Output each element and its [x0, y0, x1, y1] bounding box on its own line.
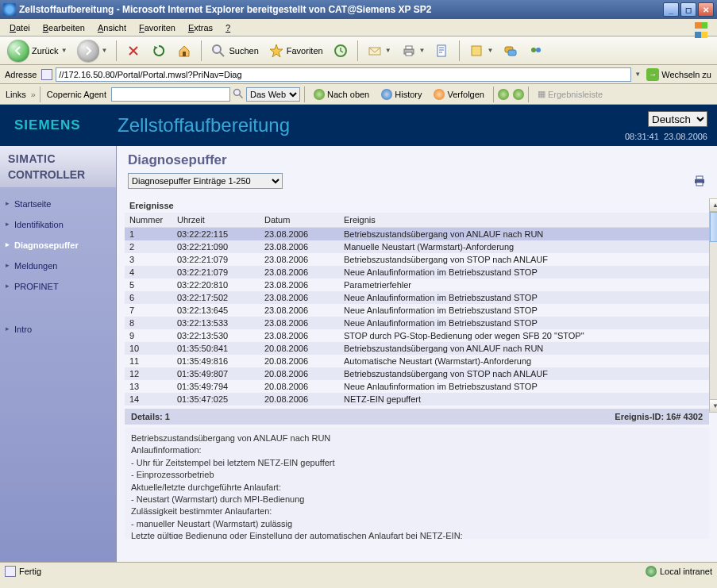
siemens-header: SIEMENS Zellstoffaufbereitung Deutsch 08… [0, 105, 717, 146]
history-button[interactable] [329, 40, 353, 62]
col-uhrzeit[interactable]: Uhrzeit [172, 213, 260, 228]
chevron-down-icon[interactable]: ▼ [634, 71, 641, 78]
svg-point-13 [536, 48, 541, 52]
minimize-button[interactable]: _ [663, 2, 679, 17]
menu-ansicht[interactable]: Ansicht [91, 21, 133, 34]
home-button[interactable] [172, 40, 196, 62]
ergebnisleiste-button[interactable]: ▦Ergebnisleiste [533, 86, 607, 103]
table-row[interactable]: 903:22:13:53023.08.2006STOP durch PG-Sto… [125, 329, 709, 342]
refresh-button[interactable] [147, 40, 171, 62]
svg-point-12 [531, 48, 536, 52]
go-button[interactable]: → Wechseln zu [644, 68, 714, 81]
back-icon [7, 40, 29, 62]
search-go-icon[interactable] [233, 88, 244, 101]
search-scope-select[interactable]: Das Web [246, 87, 300, 102]
main-content: Diagnosepuffer Diagnosepuffer Einträge 1… [117, 146, 717, 562]
forward-button[interactable]: ▼ [73, 40, 112, 62]
menu-datei[interactable]: Datei [3, 21, 37, 34]
verfolgen-button[interactable]: Verfolgen [429, 86, 488, 103]
table-row[interactable]: 1201:35:49:80720.08.2006Betriebszustands… [125, 367, 709, 380]
history-button2[interactable]: History [376, 86, 426, 103]
table-row[interactable]: 603:22:17:50223.08.2006Neue Anlaufinform… [125, 291, 709, 304]
track-icon [434, 89, 445, 100]
svg-rect-17 [696, 176, 703, 179]
page-title: Zellstoffaufbereitung [118, 114, 703, 136]
svg-rect-0 [183, 52, 186, 56]
maximize-button[interactable]: ◻ [680, 2, 696, 17]
table-row[interactable]: 103:22:22:11523.08.2006Betriebszustandsü… [125, 228, 709, 241]
star-icon [268, 43, 284, 59]
stop-button[interactable] [121, 40, 145, 62]
print-button[interactable]: ▼ [397, 40, 430, 62]
table-row[interactable]: 703:22:13:64523.08.2006Neue Anlaufinform… [125, 304, 709, 317]
back-button[interactable]: Zurück ▼ [3, 40, 71, 62]
events-heading: Ereignisse [125, 198, 709, 213]
research-button[interactable]: ▼ [465, 40, 497, 62]
copernic-search-input[interactable] [111, 87, 230, 102]
sidebar-title2: CONTROLLER [0, 168, 116, 187]
sidebar-item-identifikation[interactable]: Identifikation [0, 214, 116, 235]
search-icon [210, 43, 226, 59]
table-row[interactable]: 1301:35:49:79420.08.2006Neue Anlaufinfor… [125, 380, 709, 393]
address-input[interactable] [56, 67, 631, 82]
table-row[interactable]: 203:22:21:09023.08.2006Manuelle Neustart… [125, 240, 709, 253]
menu-?[interactable]: ? [219, 21, 237, 34]
events-table-wrap: Ereignisse Nummer Uhrzeit Datum Ereignis… [125, 198, 709, 405]
printer-icon [401, 43, 417, 59]
zone-icon [646, 566, 657, 577]
scroll-thumb[interactable] [710, 212, 717, 242]
table-scrollbar[interactable]: ▲ ▼ [709, 198, 717, 413]
sidebar-item-meldungen[interactable]: Meldungen [0, 256, 116, 276]
col-datum[interactable]: Datum [260, 213, 339, 228]
messenger-icon [528, 43, 544, 59]
table-row[interactable]: 303:22:21:07923.08.2006Betriebszustandsü… [125, 253, 709, 266]
search-button[interactable]: Suchen [206, 40, 262, 62]
scroll-up-icon[interactable]: ▲ [710, 199, 717, 212]
table-row[interactable]: 1401:35:47:02520.08.2006NETZ-EIN gepuffe… [125, 393, 709, 405]
sidebar-item-profinet[interactable]: PROFINET [0, 276, 116, 297]
nav-prev-icon[interactable] [498, 89, 509, 100]
table-row[interactable]: 1001:35:50:84120.08.2006Betriebszustands… [125, 342, 709, 355]
status-left: Fertig [19, 567, 41, 576]
links-toolbar: Links » Copernic Agent Das Web Nach oben… [0, 84, 717, 105]
copernic-label: Copernic Agent [44, 90, 109, 99]
details-label: Details: 1 [131, 412, 170, 421]
sidebar-title1: SIMATIC [0, 146, 116, 168]
sidebar-item-intro[interactable]: Intro [0, 319, 116, 340]
table-row[interactable]: 1101:35:49:81620.08.2006Automatische Neu… [125, 355, 709, 367]
table-row[interactable]: 403:22:21:07923.08.2006Neue Anlaufinform… [125, 266, 709, 279]
links-label: Links [3, 90, 29, 99]
nach-oben-button[interactable]: Nach oben [309, 86, 374, 103]
sidebar: SIMATIC CONTROLLER StartseiteIdentifikat… [0, 146, 117, 562]
sidebar-item-startseite[interactable]: Startseite [0, 194, 116, 214]
menu-extras[interactable]: Extras [182, 21, 219, 34]
scroll-down-icon[interactable]: ▼ [710, 399, 717, 412]
printer-icon[interactable] [693, 175, 706, 186]
language-select[interactable]: Deutsch [648, 111, 707, 127]
up-icon [314, 89, 325, 100]
chevron-down-icon: ▼ [102, 47, 108, 54]
table-row[interactable]: 503:22:20:81023.08.2006Parametrierfehler [125, 279, 709, 291]
entries-filter-select[interactable]: Diagnosepuffer Einträge 1-250 [128, 173, 283, 189]
menu-favoriten[interactable]: Favoriten [133, 21, 182, 34]
edit-button[interactable] [430, 40, 454, 62]
mail-button[interactable]: ▼ [363, 40, 395, 62]
brand-logo: SIEMENS [14, 117, 118, 133]
table-row[interactable]: 803:22:13:53323.08.2006Neue Anlaufinform… [125, 317, 709, 329]
nav-next-icon[interactable] [513, 89, 524, 100]
chevron-icon[interactable]: » [31, 90, 36, 99]
messenger-button[interactable] [524, 40, 548, 62]
window-titlebar: Zellstoffaufbereitung - Microsoft Intern… [0, 0, 717, 19]
sidebar-item-diagnosepuffer[interactable]: Diagnosepuffer [0, 235, 116, 256]
svg-rect-18 [696, 183, 703, 186]
menu-bearbeiten[interactable]: Bearbeiten [37, 21, 91, 34]
close-button[interactable]: ✕ [698, 2, 714, 17]
favorites-button[interactable]: Favoriten [264, 40, 327, 62]
col-ereignis[interactable]: Ereignis [339, 213, 709, 228]
refresh-icon [151, 43, 167, 59]
discuss-button[interactable] [499, 40, 522, 62]
home-icon [176, 43, 192, 59]
mail-icon [367, 43, 383, 59]
content-title: Diagnosepuffer [117, 146, 717, 173]
col-nummer[interactable]: Nummer [125, 213, 172, 228]
